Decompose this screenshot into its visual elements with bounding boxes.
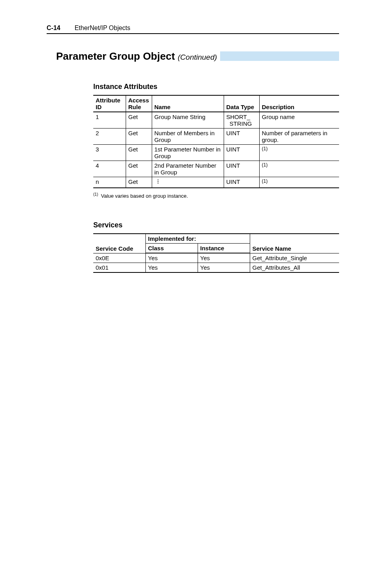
cell-attr-id: 3: [93, 145, 126, 161]
col-attr-id: Attribute ID: [93, 95, 126, 112]
cell-name: 2nd Parameter Number in Group: [152, 161, 224, 177]
instance-attributes-heading: Instance Attributes: [93, 83, 339, 91]
instance-attributes-table: Attribute ID Access Rule Name Data Type …: [93, 95, 339, 188]
footnote-text: Value varies based on group instance.: [101, 193, 188, 199]
col-class: Class: [145, 244, 198, 253]
col-service-name: Service Name: [250, 234, 339, 253]
cell-access-rule: Get: [126, 112, 152, 129]
table-row: 1 Get Group Name String SHORT_ STRING Gr…: [93, 112, 339, 129]
cell-name: Number of Members in Group: [152, 129, 224, 145]
cell-data-type: SHORT_ STRING: [224, 112, 259, 129]
col-name: Name: [152, 95, 224, 112]
section-title-suffix: (Continued): [178, 53, 217, 61]
cell-attr-id: 1: [93, 112, 126, 129]
cell-access-rule: Get: [126, 129, 152, 145]
table-row: 3 Get 1st Parameter Number in Group UINT…: [93, 145, 339, 161]
cell-access-rule: Get: [126, 161, 152, 177]
section-title: Parameter Group Object (Continued): [56, 51, 220, 62]
cell-data-type: UINT: [224, 145, 259, 161]
footnote: (1) Value varies based on group instance…: [93, 192, 339, 199]
cell-attr-id: 2: [93, 129, 126, 145]
col-data-type: Data Type: [224, 95, 259, 112]
table-row: 4 Get 2nd Parameter Number in Group UINT…: [93, 161, 339, 177]
cell-name: •••: [152, 177, 224, 188]
cell-service-code: 0x01: [93, 263, 145, 273]
table-row: 2 Get Number of Members in Group UINT Nu…: [93, 129, 339, 145]
vertical-dots-icon: •••: [155, 179, 159, 184]
cell-description: (1): [259, 161, 339, 177]
table-row: n Get ••• UINT (1): [93, 177, 339, 188]
cell-description: Number of parameters in group.: [259, 129, 339, 145]
col-description: Description: [259, 95, 339, 112]
cell-name: 1st Parameter Number in Group: [152, 145, 224, 161]
cell-instance: Yes: [198, 253, 250, 263]
cell-description: (1): [259, 145, 339, 161]
table-row: 0x0E Yes Yes Get_Attribute_Single: [93, 253, 339, 263]
cell-name: Group Name String: [152, 112, 224, 129]
cell-description: (1): [259, 177, 339, 188]
header-rule: [47, 33, 339, 34]
footnote-marker: (1): [93, 192, 98, 197]
header-section-title: EtherNet/IP Objects: [75, 25, 130, 32]
cell-service-name: Get_Attribute_Single: [250, 253, 339, 263]
cell-attr-id: n: [93, 177, 126, 188]
page-number: C-14: [47, 25, 60, 32]
col-service-code: Service Code: [93, 234, 145, 253]
col-implemented-for: Implemented for:: [145, 234, 250, 244]
services-heading: Services: [93, 221, 339, 229]
cell-access-rule: Get: [126, 145, 152, 161]
cell-access-rule: Get: [126, 177, 152, 188]
cell-data-type: UINT: [224, 161, 259, 177]
services-table: Service Code Implemented for: Service Na…: [93, 233, 339, 273]
cell-instance: Yes: [198, 263, 250, 273]
col-access-rule: Access Rule: [126, 95, 152, 112]
cell-service-code: 0x0E: [93, 253, 145, 263]
cell-data-type: UINT: [224, 129, 259, 145]
cell-data-type: UINT: [224, 177, 259, 188]
cell-description: Group name: [259, 112, 339, 129]
cell-class: Yes: [145, 263, 198, 273]
col-instance: Instance: [198, 244, 250, 253]
section-title-main: Parameter Group Object: [56, 50, 175, 62]
cell-class: Yes: [145, 253, 198, 263]
cell-attr-id: 4: [93, 161, 126, 177]
table-row: 0x01 Yes Yes Get_Attributes_All: [93, 263, 339, 273]
cell-service-name: Get_Attributes_All: [250, 263, 339, 273]
